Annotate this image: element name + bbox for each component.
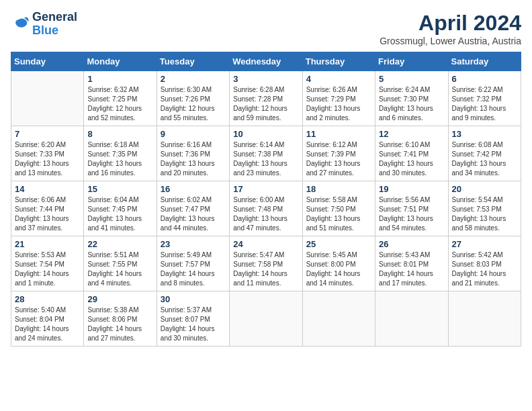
page-header: General Blue April 2024 Grossmugl, Lower… xyxy=(11,11,521,46)
day-info: Sunrise: 6:32 AM Sunset: 7:25 PM Dayligh… xyxy=(87,85,152,123)
calendar-day-header: Sunday xyxy=(11,52,84,71)
day-number: 5 xyxy=(379,74,444,84)
day-info: Sunrise: 5:49 AM Sunset: 7:57 PM Dayligh… xyxy=(161,250,226,288)
day-info: Sunrise: 6:18 AM Sunset: 7:35 PM Dayligh… xyxy=(87,140,152,178)
calendar-cell: 12Sunrise: 6:10 AM Sunset: 7:41 PM Dayli… xyxy=(375,126,448,181)
calendar-cell: 7Sunrise: 6:20 AM Sunset: 7:33 PM Daylig… xyxy=(11,126,84,181)
day-info: Sunrise: 6:16 AM Sunset: 7:36 PM Dayligh… xyxy=(161,140,226,178)
day-number: 27 xyxy=(452,239,517,249)
day-number: 19 xyxy=(379,184,444,194)
calendar-day-header: Friday xyxy=(375,52,448,71)
calendar-cell: 6Sunrise: 6:22 AM Sunset: 7:32 PM Daylig… xyxy=(448,71,521,126)
logo-bird-icon xyxy=(11,16,30,32)
calendar-cell xyxy=(375,291,448,347)
day-number: 8 xyxy=(87,129,152,139)
day-info: Sunrise: 5:56 AM Sunset: 7:51 PM Dayligh… xyxy=(379,195,444,233)
day-number: 10 xyxy=(233,129,298,139)
calendar-cell: 26Sunrise: 5:43 AM Sunset: 8:01 PM Dayli… xyxy=(375,236,448,291)
calendar-day-header: Wednesday xyxy=(230,52,302,71)
day-info: Sunrise: 5:45 AM Sunset: 8:00 PM Dayligh… xyxy=(306,250,371,288)
calendar-cell: 14Sunrise: 6:06 AM Sunset: 7:44 PM Dayli… xyxy=(11,181,84,236)
calendar-cell xyxy=(448,291,521,347)
calendar-cell: 19Sunrise: 5:56 AM Sunset: 7:51 PM Dayli… xyxy=(375,181,448,236)
calendar-cell: 5Sunrise: 6:24 AM Sunset: 7:30 PM Daylig… xyxy=(375,71,448,126)
calendar-cell: 4Sunrise: 6:26 AM Sunset: 7:29 PM Daylig… xyxy=(302,71,375,126)
calendar-cell: 29Sunrise: 5:38 AM Sunset: 8:06 PM Dayli… xyxy=(84,291,157,347)
title-block: April 2024 Grossmugl, Lower Austria, Aus… xyxy=(380,11,521,46)
calendar-cell: 18Sunrise: 5:58 AM Sunset: 7:50 PM Dayli… xyxy=(302,181,375,236)
calendar-cell: 16Sunrise: 6:02 AM Sunset: 7:47 PM Dayli… xyxy=(157,181,229,236)
day-number: 7 xyxy=(15,129,80,139)
day-number: 30 xyxy=(161,294,226,304)
day-number: 11 xyxy=(306,129,371,139)
day-info: Sunrise: 5:43 AM Sunset: 8:01 PM Dayligh… xyxy=(379,250,444,288)
day-number: 21 xyxy=(15,239,80,249)
day-info: Sunrise: 5:37 AM Sunset: 8:07 PM Dayligh… xyxy=(161,306,226,343)
day-info: Sunrise: 5:42 AM Sunset: 8:03 PM Dayligh… xyxy=(452,250,517,288)
day-number: 17 xyxy=(233,184,298,194)
day-info: Sunrise: 6:10 AM Sunset: 7:41 PM Dayligh… xyxy=(379,140,444,178)
calendar-cell xyxy=(230,291,302,347)
calendar-cell: 23Sunrise: 5:49 AM Sunset: 7:57 PM Dayli… xyxy=(157,236,229,291)
calendar-cell xyxy=(302,291,375,347)
calendar-cell: 22Sunrise: 5:51 AM Sunset: 7:55 PM Dayli… xyxy=(84,236,157,291)
day-info: Sunrise: 6:02 AM Sunset: 7:47 PM Dayligh… xyxy=(161,195,226,233)
calendar-cell: 21Sunrise: 5:53 AM Sunset: 7:54 PM Dayli… xyxy=(11,236,84,291)
calendar-day-header: Thursday xyxy=(302,52,375,71)
calendar-cell: 20Sunrise: 5:54 AM Sunset: 7:53 PM Dayli… xyxy=(448,181,521,236)
day-info: Sunrise: 6:04 AM Sunset: 7:45 PM Dayligh… xyxy=(87,195,152,233)
day-info: Sunrise: 5:51 AM Sunset: 7:55 PM Dayligh… xyxy=(87,250,152,288)
location: Grossmugl, Lower Austria, Austria xyxy=(380,36,521,46)
day-number: 12 xyxy=(379,129,444,139)
day-info: Sunrise: 5:53 AM Sunset: 7:54 PM Dayligh… xyxy=(15,250,80,288)
day-info: Sunrise: 6:26 AM Sunset: 7:29 PM Dayligh… xyxy=(306,85,371,123)
day-number: 24 xyxy=(233,239,298,249)
day-info: Sunrise: 6:08 AM Sunset: 7:42 PM Dayligh… xyxy=(452,140,517,178)
calendar-cell: 8Sunrise: 6:18 AM Sunset: 7:35 PM Daylig… xyxy=(84,126,157,181)
day-info: Sunrise: 5:40 AM Sunset: 8:04 PM Dayligh… xyxy=(15,306,80,343)
day-number: 16 xyxy=(161,184,226,194)
day-number: 26 xyxy=(379,239,444,249)
day-number: 1 xyxy=(87,74,152,84)
month-title: April 2024 xyxy=(380,11,521,36)
calendar-cell: 25Sunrise: 5:45 AM Sunset: 8:00 PM Dayli… xyxy=(302,236,375,291)
logo-text: General Blue xyxy=(32,11,77,38)
calendar-day-header: Monday xyxy=(84,52,157,71)
day-info: Sunrise: 6:28 AM Sunset: 7:28 PM Dayligh… xyxy=(233,85,298,123)
day-info: Sunrise: 5:58 AM Sunset: 7:50 PM Dayligh… xyxy=(306,195,371,233)
day-number: 29 xyxy=(87,294,152,304)
calendar-week-row: 1Sunrise: 6:32 AM Sunset: 7:25 PM Daylig… xyxy=(11,71,521,126)
calendar-day-header: Saturday xyxy=(448,52,521,71)
logo: General Blue xyxy=(11,11,77,38)
calendar-week-row: 14Sunrise: 6:06 AM Sunset: 7:44 PM Dayli… xyxy=(11,181,521,236)
calendar-week-row: 7Sunrise: 6:20 AM Sunset: 7:33 PM Daylig… xyxy=(11,126,521,181)
day-number: 2 xyxy=(161,74,226,84)
calendar-cell: 17Sunrise: 6:00 AM Sunset: 7:48 PM Dayli… xyxy=(230,181,302,236)
day-number: 20 xyxy=(452,184,517,194)
day-info: Sunrise: 6:20 AM Sunset: 7:33 PM Dayligh… xyxy=(15,140,80,178)
day-info: Sunrise: 6:30 AM Sunset: 7:26 PM Dayligh… xyxy=(161,85,226,123)
calendar-cell: 30Sunrise: 5:37 AM Sunset: 8:07 PM Dayli… xyxy=(157,291,229,347)
day-number: 25 xyxy=(306,239,371,249)
day-info: Sunrise: 6:22 AM Sunset: 7:32 PM Dayligh… xyxy=(452,85,517,123)
calendar-cell: 24Sunrise: 5:47 AM Sunset: 7:58 PM Dayli… xyxy=(230,236,302,291)
day-number: 15 xyxy=(87,184,152,194)
calendar-cell: 2Sunrise: 6:30 AM Sunset: 7:26 PM Daylig… xyxy=(157,71,229,126)
day-info: Sunrise: 6:00 AM Sunset: 7:48 PM Dayligh… xyxy=(233,195,298,233)
calendar-table: SundayMondayTuesdayWednesdayThursdayFrid… xyxy=(11,52,521,347)
calendar-cell: 11Sunrise: 6:12 AM Sunset: 7:39 PM Dayli… xyxy=(302,126,375,181)
day-info: Sunrise: 6:14 AM Sunset: 7:38 PM Dayligh… xyxy=(233,140,298,178)
day-number: 28 xyxy=(15,294,80,304)
calendar-cell: 15Sunrise: 6:04 AM Sunset: 7:45 PM Dayli… xyxy=(84,181,157,236)
calendar-cell: 13Sunrise: 6:08 AM Sunset: 7:42 PM Dayli… xyxy=(448,126,521,181)
day-info: Sunrise: 6:06 AM Sunset: 7:44 PM Dayligh… xyxy=(15,195,80,233)
day-number: 22 xyxy=(87,239,152,249)
day-number: 6 xyxy=(452,74,517,84)
day-info: Sunrise: 5:54 AM Sunset: 7:53 PM Dayligh… xyxy=(452,195,517,233)
calendar-day-header: Tuesday xyxy=(157,52,229,71)
calendar-cell: 1Sunrise: 6:32 AM Sunset: 7:25 PM Daylig… xyxy=(84,71,157,126)
day-info: Sunrise: 5:47 AM Sunset: 7:58 PM Dayligh… xyxy=(233,250,298,288)
calendar-cell: 27Sunrise: 5:42 AM Sunset: 8:03 PM Dayli… xyxy=(448,236,521,291)
calendar-week-row: 28Sunrise: 5:40 AM Sunset: 8:04 PM Dayli… xyxy=(11,291,521,347)
day-number: 9 xyxy=(161,129,226,139)
